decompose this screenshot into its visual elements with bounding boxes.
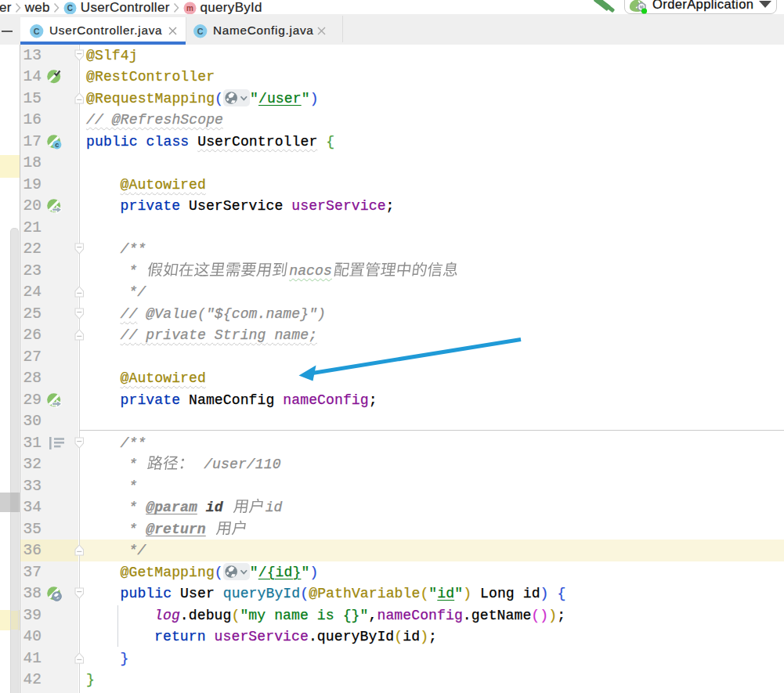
svg-text:C: C <box>197 27 204 36</box>
svg-text:C: C <box>67 4 74 13</box>
svg-text:C: C <box>34 27 40 36</box>
svg-text:m: m <box>186 4 193 13</box>
svg-text:c: c <box>55 140 59 148</box>
